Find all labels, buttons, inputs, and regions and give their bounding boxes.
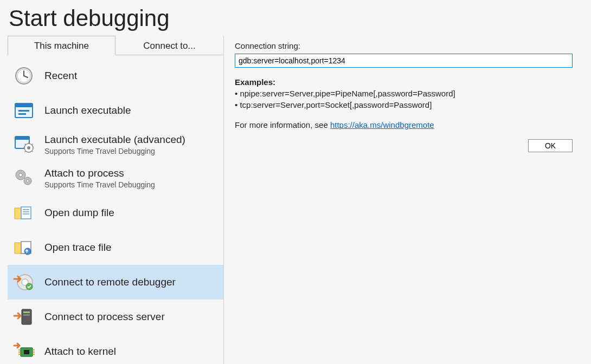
left-panel: This machine Connect to... Recent [8, 36, 224, 364]
svg-rect-26 [23, 311, 30, 313]
option-label: Recent [44, 69, 77, 82]
remote-debug-icon [13, 271, 35, 293]
option-attach-to-kernel[interactable]: Attach to kernel [8, 334, 223, 365]
app-window-advanced-icon [13, 133, 35, 155]
option-attach-to-process[interactable]: Attach to process Supports Time Travel D… [8, 161, 223, 195]
option-connect-remote-debugger[interactable]: Connect to remote debugger [8, 265, 223, 300]
ok-button[interactable]: OK [528, 139, 573, 152]
svg-rect-29 [24, 350, 29, 354]
svg-rect-9 [15, 136, 29, 140]
examples-heading: Examples: [235, 77, 275, 87]
tabs: This machine Connect to... [8, 36, 223, 55]
example-line-2: • tcp:server=Server,port=Socket[,passwor… [235, 100, 432, 109]
option-connect-process-server[interactable]: Connect to process server [8, 300, 223, 334]
folder-trace-icon [13, 237, 35, 258]
svg-rect-7 [18, 113, 26, 115]
info-link[interactable]: https://aka.ms/windbgremote [330, 120, 434, 129]
clock-icon [13, 65, 35, 87]
svg-rect-6 [18, 110, 29, 112]
right-panel: Connection string: Examples: • npipe:ser… [224, 36, 583, 364]
page-title: Start debugging [9, 5, 583, 31]
option-label: Attach to process [44, 167, 155, 180]
chip-arrow-icon [13, 341, 35, 362]
option-label: Connect to remote debugger [44, 276, 176, 289]
option-sublabel: Supports Time Travel Debugging [44, 147, 185, 157]
option-label: Attach to kernel [44, 345, 116, 358]
svg-rect-27 [23, 314, 30, 316]
option-label: Connect to process server [44, 310, 165, 323]
info-prefix: For more information, see [235, 120, 330, 129]
svg-rect-16 [21, 207, 31, 219]
svg-point-11 [27, 146, 30, 150]
info-line: For more information, see https://aka.ms… [235, 120, 573, 129]
option-launch-executable-advanced[interactable]: Launch executable (advanced) Supports Ti… [8, 128, 223, 161]
option-recent[interactable]: Recent [8, 58, 223, 93]
svg-point-13 [19, 173, 22, 177]
folder-document-icon [13, 202, 35, 224]
option-label: Launch executable (advanced) [44, 133, 185, 146]
option-open-dump-file[interactable]: Open dump file [8, 196, 223, 230]
option-launch-executable[interactable]: Launch executable [8, 93, 223, 128]
connection-string-input[interactable] [235, 54, 573, 68]
option-label: Open dump file [44, 206, 114, 219]
svg-rect-5 [15, 103, 33, 107]
option-label: Open trace file [44, 241, 112, 254]
server-arrow-icon [13, 306, 35, 328]
gears-icon [13, 167, 35, 188]
option-label: Launch executable [44, 104, 131, 117]
option-open-trace-file[interactable]: Open trace file [8, 230, 223, 265]
option-list: Recent Launch executable [8, 58, 223, 364]
tab-this-machine[interactable]: This machine [8, 36, 115, 55]
svg-point-21 [24, 248, 31, 255]
option-sublabel: Supports Time Travel Debugging [44, 180, 155, 190]
connection-string-label: Connection string: [235, 41, 573, 50]
tab-connect-to[interactable]: Connect to... [115, 36, 223, 55]
examples-block: Examples: • npipe:server=Server,pipe=Pip… [235, 76, 573, 110]
example-line-1: • npipe:server=Server,pipe=PipeName[,pas… [235, 89, 455, 98]
app-window-icon [13, 100, 35, 121]
svg-point-15 [27, 180, 29, 183]
